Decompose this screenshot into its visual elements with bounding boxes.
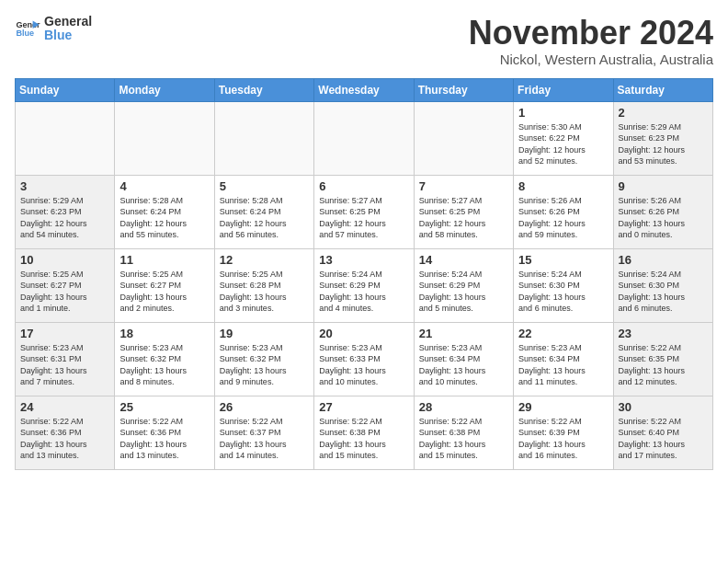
day-info: Sunrise: 5:23 AM Sunset: 6:34 PM Dayligh… [419,342,508,388]
day-info: Sunrise: 5:28 AM Sunset: 6:24 PM Dayligh… [220,195,309,241]
day-info: Sunrise: 5:28 AM Sunset: 6:24 PM Dayligh… [119,195,209,241]
title-block: November 2024 Nickol, Western Australia,… [469,15,713,67]
day-number: 18 [119,327,209,340]
day-info: Sunrise: 5:23 AM Sunset: 6:32 PM Dayligh… [220,342,309,388]
day-info: Sunrise: 5:27 AM Sunset: 6:25 PM Dayligh… [419,195,508,241]
day-number: 19 [220,327,309,340]
day-number: 26 [220,400,309,414]
calendar-cell: 3Sunrise: 5:29 AM Sunset: 6:23 PM Daylig… [16,175,115,248]
calendar-cell: 5Sunrise: 5:28 AM Sunset: 6:24 PM Daylig… [214,175,313,248]
calendar-cell: 20Sunrise: 5:23 AM Sunset: 6:33 PM Dayli… [314,322,414,396]
day-number: 11 [119,253,209,267]
calendar-cell: 13Sunrise: 5:24 AM Sunset: 6:29 PM Dayli… [314,248,414,322]
day-info: Sunrise: 5:25 AM Sunset: 6:27 PM Dayligh… [119,269,209,315]
calendar-cell: 26Sunrise: 5:22 AM Sunset: 6:37 PM Dayli… [214,396,313,469]
day-number: 7 [419,179,508,193]
calendar-cell: 27Sunrise: 5:22 AM Sunset: 6:38 PM Dayli… [314,396,414,469]
day-info: Sunrise: 5:22 AM Sunset: 6:35 PM Dayligh… [619,342,708,388]
calendar-cell: 16Sunrise: 5:24 AM Sunset: 6:30 PM Dayli… [613,248,712,322]
calendar-week-5: 24Sunrise: 5:22 AM Sunset: 6:36 PM Dayli… [16,396,713,469]
calendar-cell: 23Sunrise: 5:22 AM Sunset: 6:35 PM Dayli… [613,322,712,396]
day-number: 22 [518,327,608,340]
calendar-week-2: 3Sunrise: 5:29 AM Sunset: 6:23 PM Daylig… [16,175,713,248]
calendar-cell [214,101,313,175]
day-number: 8 [518,179,608,193]
day-number: 9 [619,179,708,193]
day-info: Sunrise: 5:24 AM Sunset: 6:29 PM Dayligh… [319,269,408,315]
weekday-header-sunday: Sunday [16,78,115,101]
day-number: 14 [419,253,508,267]
location-subtitle: Nickol, Western Australia, Australia [469,52,713,67]
day-number: 2 [619,106,708,120]
day-info: Sunrise: 5:29 AM Sunset: 6:23 PM Dayligh… [619,121,708,167]
weekday-header-monday: Monday [115,78,214,101]
day-number: 16 [619,253,708,267]
weekday-header-thursday: Thursday [414,78,513,101]
day-number: 10 [20,253,109,267]
svg-text:Blue: Blue [16,29,34,39]
calendar-cell: 9Sunrise: 5:26 AM Sunset: 6:26 PM Daylig… [613,175,712,248]
month-title: November 2024 [469,15,713,52]
calendar-cell: 2Sunrise: 5:29 AM Sunset: 6:23 PM Daylig… [613,101,712,175]
day-info: Sunrise: 5:22 AM Sunset: 6:38 PM Dayligh… [419,416,508,462]
day-number: 5 [220,179,309,193]
weekday-header-wednesday: Wednesday [314,78,414,101]
calendar-cell: 6Sunrise: 5:27 AM Sunset: 6:25 PM Daylig… [314,175,414,248]
calendar-cell: 10Sunrise: 5:25 AM Sunset: 6:27 PM Dayli… [16,248,115,322]
calendar-week-4: 17Sunrise: 5:23 AM Sunset: 6:31 PM Dayli… [16,322,713,396]
day-number: 12 [220,253,309,267]
day-info: Sunrise: 5:22 AM Sunset: 6:38 PM Dayligh… [319,416,408,462]
calendar-cell: 17Sunrise: 5:23 AM Sunset: 6:31 PM Dayli… [16,322,115,396]
calendar-cell: 11Sunrise: 5:25 AM Sunset: 6:27 PM Dayli… [115,248,214,322]
day-number: 24 [20,400,109,414]
calendar-cell: 28Sunrise: 5:22 AM Sunset: 6:38 PM Dayli… [414,396,513,469]
day-info: Sunrise: 5:23 AM Sunset: 6:34 PM Dayligh… [518,342,608,388]
page-header: General Blue General Blue November 2024 … [15,15,713,67]
day-number: 3 [20,179,109,193]
calendar-cell: 22Sunrise: 5:23 AM Sunset: 6:34 PM Dayli… [514,322,613,396]
day-info: Sunrise: 5:22 AM Sunset: 6:36 PM Dayligh… [20,416,109,462]
day-info: Sunrise: 5:29 AM Sunset: 6:23 PM Dayligh… [20,195,109,241]
day-number: 17 [20,327,109,340]
calendar-cell: 7Sunrise: 5:27 AM Sunset: 6:25 PM Daylig… [414,175,513,248]
day-number: 23 [619,327,708,340]
day-info: Sunrise: 5:24 AM Sunset: 6:30 PM Dayligh… [518,269,608,315]
logo-line2: Blue [44,29,92,42]
logo-line1: General [44,15,92,29]
calendar-week-1: 1Sunrise: 5:30 AM Sunset: 6:22 PM Daylig… [16,101,713,175]
logo: General Blue General Blue [15,15,92,43]
day-number: 25 [119,400,209,414]
calendar-cell [16,101,115,175]
calendar-cell: 15Sunrise: 5:24 AM Sunset: 6:30 PM Dayli… [514,248,613,322]
calendar-table: SundayMondayTuesdayWednesdayThursdayFrid… [15,78,713,470]
day-info: Sunrise: 5:25 AM Sunset: 6:28 PM Dayligh… [220,269,309,315]
day-number: 15 [518,253,608,267]
calendar-cell: 29Sunrise: 5:22 AM Sunset: 6:39 PM Dayli… [514,396,613,469]
logo-icon: General Blue [15,16,40,41]
weekday-header-tuesday: Tuesday [214,78,313,101]
calendar-cell: 8Sunrise: 5:26 AM Sunset: 6:26 PM Daylig… [514,175,613,248]
day-info: Sunrise: 5:22 AM Sunset: 6:37 PM Dayligh… [220,416,309,462]
day-number: 20 [319,327,408,340]
calendar-cell: 30Sunrise: 5:22 AM Sunset: 6:40 PM Dayli… [613,396,712,469]
day-info: Sunrise: 5:22 AM Sunset: 6:39 PM Dayligh… [518,416,608,462]
day-number: 13 [319,253,408,267]
calendar-cell: 12Sunrise: 5:25 AM Sunset: 6:28 PM Dayli… [214,248,313,322]
calendar-cell: 21Sunrise: 5:23 AM Sunset: 6:34 PM Dayli… [414,322,513,396]
day-info: Sunrise: 5:24 AM Sunset: 6:29 PM Dayligh… [419,269,508,315]
day-info: Sunrise: 5:23 AM Sunset: 6:33 PM Dayligh… [319,342,408,388]
weekday-header-friday: Friday [514,78,613,101]
day-number: 6 [319,179,408,193]
day-info: Sunrise: 5:26 AM Sunset: 6:26 PM Dayligh… [619,195,708,241]
weekday-header-saturday: Saturday [613,78,712,101]
calendar-cell: 1Sunrise: 5:30 AM Sunset: 6:22 PM Daylig… [514,101,613,175]
day-info: Sunrise: 5:25 AM Sunset: 6:27 PM Dayligh… [20,269,109,315]
calendar-cell: 24Sunrise: 5:22 AM Sunset: 6:36 PM Dayli… [16,396,115,469]
day-info: Sunrise: 5:26 AM Sunset: 6:26 PM Dayligh… [518,195,608,241]
day-info: Sunrise: 5:23 AM Sunset: 6:31 PM Dayligh… [20,342,109,388]
calendar-cell [115,101,214,175]
day-info: Sunrise: 5:23 AM Sunset: 6:32 PM Dayligh… [119,342,209,388]
day-number: 21 [419,327,508,340]
day-info: Sunrise: 5:22 AM Sunset: 6:40 PM Dayligh… [619,416,708,462]
calendar-cell: 19Sunrise: 5:23 AM Sunset: 6:32 PM Dayli… [214,322,313,396]
